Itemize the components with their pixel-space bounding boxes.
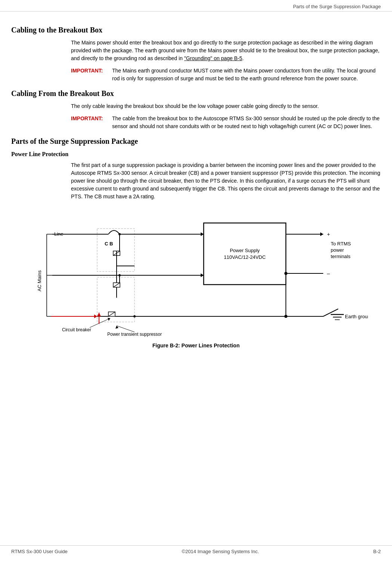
minus-label: – [327, 270, 330, 276]
terminals-label: terminals [331, 254, 351, 259]
section-title-cabling-to: Cabling to the Breakout Box [11, 26, 381, 34]
section-title-parts-surge: Parts of the Surge Suppression Package [11, 137, 381, 146]
cb-label: C B [105, 241, 113, 247]
earth-ground-label: Earth ground [345, 314, 368, 319]
svg-rect-34 [204, 223, 286, 285]
svg-marker-36 [320, 232, 323, 236]
svg-line-49 [90, 318, 110, 328]
important-label-1: IMPORTANT: [71, 67, 112, 75]
svg-line-28 [113, 283, 120, 287]
ac-mains-label: AC Mains [37, 270, 42, 291]
svg-point-46 [133, 315, 136, 317]
important-block-cabling-to: IMPORTANT: The Mains earth ground conduc… [71, 67, 381, 83]
plus-label: + [327, 231, 330, 237]
page-footer: RTMS Sx-300 User Guide ©2014 Image Sensi… [0, 545, 392, 557]
svg-point-22 [118, 274, 121, 276]
svg-line-12 [108, 312, 115, 316]
svg-point-38 [284, 272, 287, 275]
pts-label: Power transient suppressor [107, 332, 161, 337]
section-title-cabling-from: Cabling From the Breakout Box [11, 89, 381, 98]
important-text-2: The cable from the breakout box to the A… [112, 115, 381, 130]
section-parts-surge: Parts of the Surge Suppression Package P… [11, 137, 381, 201]
circuit-breaker-label: Circuit breaker [62, 327, 91, 332]
footer-left: RTMS Sx-300 User Guide [11, 549, 68, 554]
footer-right: B-2 [373, 549, 381, 554]
important-label-2: IMPORTANT: [71, 115, 112, 123]
main-content: Cabling to the Breakout Box The Mains po… [0, 12, 392, 362]
svg-point-20 [118, 233, 121, 235]
svg-line-41 [323, 309, 338, 316]
section-cabling-from-breakout: Cabling From the Breakout Box The only c… [11, 89, 381, 130]
grounding-link[interactable]: "Grounding" on page B-5 [184, 55, 243, 61]
section-body-cabling-to: The Mains power should enter the breakou… [71, 39, 381, 62]
header-title: Parts of the Surge Suppression Package [293, 4, 381, 9]
power-line-diagram: AC Mains Line C B [24, 208, 368, 339]
svg-line-51 [117, 326, 135, 332]
power-supply-label: Power Supply [229, 248, 260, 253]
figure-caption: Figure B-2: Power Lines Protection [11, 343, 381, 348]
page-header: Parts of the Surge Suppression Package [0, 0, 392, 12]
important-block-cabling-from: IMPORTANT: The cable from the breakout b… [71, 115, 381, 130]
svg-rect-5 [97, 229, 135, 272]
svg-marker-33 [94, 314, 97, 318]
to-rtms-label: To RTMS [331, 241, 351, 247]
subsection-title-power-line: Power Line Protection [11, 151, 381, 158]
power-label: power [331, 247, 344, 253]
section-body-cabling-from: The only cable leaving the breakout box … [71, 102, 381, 110]
svg-rect-8 [97, 277, 135, 322]
diagram-container: AC Mains Line C B [11, 208, 381, 339]
subsection-body-power-line: The first part of a surge suppression pa… [71, 161, 381, 201]
important-text-1: The Mains earth ground conductor MUST co… [112, 67, 381, 83]
footer-center: ©2014 Image Sensing Systems Inc. [182, 549, 259, 554]
power-supply-voltage: 110VAC/12-24VDC [224, 254, 266, 260]
svg-marker-54 [97, 313, 101, 316]
section-cabling-to-breakout: Cabling to the Breakout Box The Mains po… [11, 26, 381, 83]
